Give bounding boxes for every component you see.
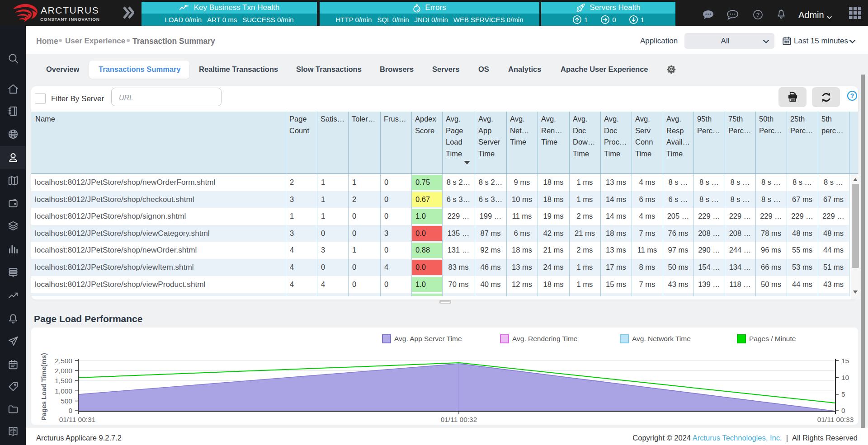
- svg-text:0: 0: [841, 407, 845, 414]
- svg-text:5: 5: [841, 390, 845, 398]
- svg-text:?: ?: [756, 12, 760, 18]
- svg-text:2,500: 2,500: [55, 357, 72, 365]
- svg-text:1,500: 1,500: [55, 377, 72, 384]
- svg-text:500: 500: [61, 397, 72, 405]
- svg-text:01/11 00:33: 01/11 00:33: [817, 416, 854, 423]
- svg-text:Avg. Rendering Time: Avg. Rendering Time: [512, 335, 577, 342]
- svg-text:01/11 00:31: 01/11 00:31: [59, 416, 96, 423]
- svg-text:1,000: 1,000: [55, 387, 72, 395]
- svg-text:10: 10: [841, 374, 849, 381]
- svg-text:15: 15: [841, 357, 849, 365]
- svg-text:01/11 00:32: 01/11 00:32: [441, 416, 477, 423]
- svg-text:Pages Load Time(ms): Pages Load Time(ms): [40, 353, 47, 421]
- svg-text:2,000: 2,000: [55, 367, 72, 375]
- svg-text:Pages / Minute: Pages / Minute: [749, 335, 796, 342]
- svg-text:Avg. Network Time: Avg. Network Time: [632, 335, 691, 342]
- svg-text:?: ?: [850, 92, 854, 99]
- svg-text:0: 0: [68, 407, 72, 414]
- svg-text:Avg. App Server Time: Avg. App Server Time: [394, 335, 462, 342]
